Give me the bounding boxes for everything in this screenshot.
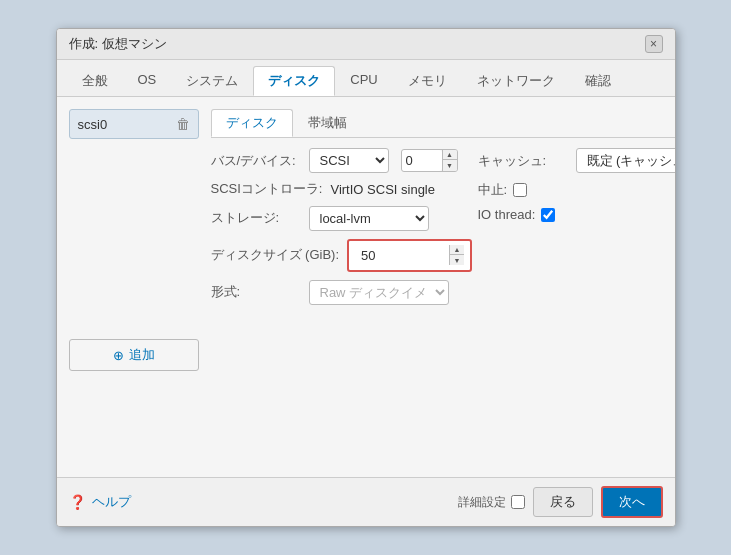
storage-select[interactable]: local-lvm xyxy=(309,206,429,231)
disk-size-highlight: ▲ ▼ xyxy=(347,239,472,272)
tab-general[interactable]: 全般 xyxy=(67,66,123,96)
help-icon: ❓ xyxy=(69,494,86,510)
tab-network[interactable]: ネットワーク xyxy=(462,66,570,96)
inner-tabs: ディスク 帯域幅 xyxy=(211,109,676,138)
next-button[interactable]: 次へ xyxy=(601,486,663,518)
disk-size-up[interactable]: ▲ xyxy=(450,245,464,255)
abort-row: 中止: xyxy=(478,181,676,199)
dialog-body: scsi0 🗑 ⊕ 追加 ディスク 帯域幅 バス/デバイス: xyxy=(57,97,675,477)
tab-cpu[interactable]: CPU xyxy=(335,66,392,96)
scsi-controller-label: SCSIコントローラ: xyxy=(211,181,323,198)
dialog-footer: ❓ ヘルプ 詳細設定 戻る 次へ xyxy=(57,477,675,526)
abort-label: 中止: xyxy=(478,181,508,199)
detail-setting-checkbox[interactable] xyxy=(511,495,525,509)
inner-tab-disk[interactable]: ディスク xyxy=(211,109,293,137)
disk-size-row: ディスクサイズ (GiB): ▲ ▼ xyxy=(211,239,458,272)
col-right: キャッシュ: 既定 (キャッシュなし 中止: IO thread: xyxy=(478,148,676,313)
disk-size-down[interactable]: ▼ xyxy=(450,255,464,265)
tab-confirm[interactable]: 確認 xyxy=(570,66,626,96)
left-panel: scsi0 🗑 ⊕ 追加 xyxy=(69,109,199,465)
tab-system[interactable]: システム xyxy=(171,66,253,96)
col-left: バス/デバイス: SCSI ▲ ▼ xyxy=(211,148,458,313)
disk-size-input[interactable] xyxy=(355,245,445,266)
disk-size-label: ディスクサイズ (GiB): xyxy=(211,247,340,264)
main-dialog: 作成: 仮想マシン × 全般 OS システム ディスク CPU メモリ ネットワ… xyxy=(56,28,676,527)
footer-left: ❓ ヘルプ xyxy=(69,493,131,511)
help-link[interactable]: ヘルプ xyxy=(92,493,131,511)
bus-device-row: バス/デバイス: SCSI ▲ ▼ xyxy=(211,148,458,173)
storage-label: ストレージ: xyxy=(211,209,301,227)
form-content: バス/デバイス: SCSI ▲ ▼ xyxy=(211,148,676,313)
title-bar: 作成: 仮想マシン × xyxy=(57,29,675,60)
back-button[interactable]: 戻る xyxy=(533,487,593,517)
bus-select[interactable]: SCSI xyxy=(309,148,389,173)
inner-tab-bandwidth[interactable]: 帯域幅 xyxy=(293,109,362,137)
detail-setting-row: 詳細設定 xyxy=(458,494,525,511)
format-select[interactable]: Raw ディスクイメージ xyxy=(309,280,449,305)
footer-right: 詳細設定 戻る 次へ xyxy=(458,486,663,518)
add-label: 追加 xyxy=(129,346,155,364)
storage-row: ストレージ: local-lvm xyxy=(211,206,458,231)
detail-setting-label: 詳細設定 xyxy=(458,494,506,511)
io-thread-checkbox[interactable] xyxy=(541,208,555,222)
device-label: scsi0 xyxy=(78,117,108,132)
bus-num-spinbox: ▲ ▼ xyxy=(401,149,458,172)
close-button[interactable]: × xyxy=(645,35,663,53)
bus-label: バス/デバイス: xyxy=(211,152,301,170)
cache-label: キャッシュ: xyxy=(478,152,568,170)
dialog-title: 作成: 仮想マシン xyxy=(69,35,167,53)
scsi-controller-value: VirtIO SCSI single xyxy=(330,182,435,197)
format-row: 形式: Raw ディスクイメージ xyxy=(211,280,458,305)
format-label: 形式: xyxy=(211,283,301,301)
tab-memory[interactable]: メモリ xyxy=(393,66,462,96)
scsi-controller-row: SCSIコントローラ: VirtIO SCSI single xyxy=(211,181,458,198)
device-item-scsi0[interactable]: scsi0 🗑 xyxy=(69,109,199,139)
bus-num-up[interactable]: ▲ xyxy=(443,150,457,160)
tab-disk[interactable]: ディスク xyxy=(253,66,335,96)
delete-icon[interactable]: 🗑 xyxy=(176,116,190,132)
io-thread-label: IO thread: xyxy=(478,207,536,222)
bus-num-input[interactable] xyxy=(402,150,442,171)
cache-row: キャッシュ: 既定 (キャッシュなし xyxy=(478,148,676,173)
io-thread-row: IO thread: xyxy=(478,207,676,222)
tab-os[interactable]: OS xyxy=(123,66,172,96)
add-icon: ⊕ xyxy=(113,348,124,363)
cache-select[interactable]: 既定 (キャッシュなし xyxy=(576,148,676,173)
bus-num-down[interactable]: ▼ xyxy=(443,160,457,170)
right-panel: ディスク 帯域幅 バス/デバイス: SCSI ▲ xyxy=(211,109,676,465)
abort-checkbox[interactable] xyxy=(513,183,527,197)
tabs-bar: 全般 OS システム ディスク CPU メモリ ネットワーク 確認 xyxy=(57,60,675,97)
add-button[interactable]: ⊕ 追加 xyxy=(69,339,199,371)
